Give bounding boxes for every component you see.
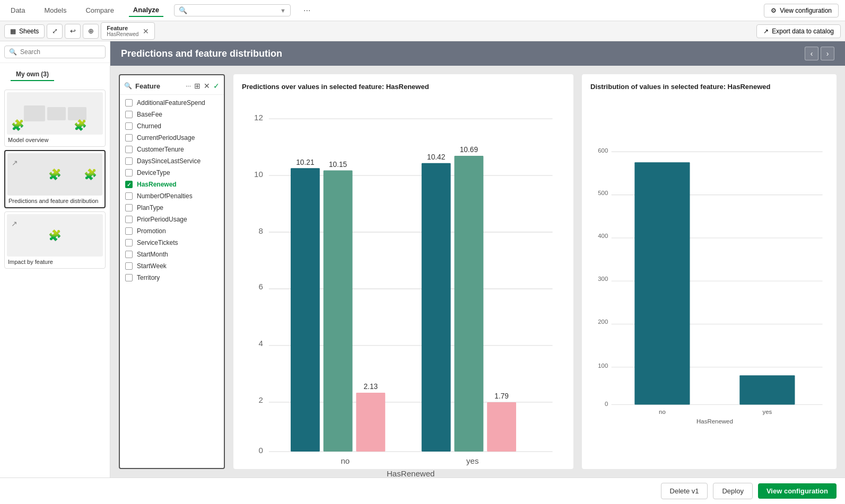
feature-tab-close[interactable]: ✕ bbox=[143, 27, 149, 36]
svg-text:500: 500 bbox=[598, 190, 608, 196]
feature-check-icon[interactable]: ✓ bbox=[213, 82, 220, 90]
feature-item-6[interactable]: DeviceType bbox=[120, 167, 224, 179]
sidebar-card-label-1: Model overview bbox=[7, 135, 103, 144]
delete-button[interactable]: Delete v1 bbox=[661, 483, 708, 499]
back-icon: ↩ bbox=[70, 27, 76, 35]
tab-icon-2[interactable]: ↩ bbox=[65, 24, 81, 39]
feature-item-3[interactable]: CurrentPeriodUsage bbox=[120, 132, 224, 144]
nav-data[interactable]: Data bbox=[6, 4, 29, 16]
feature-close-icon[interactable]: ✕ bbox=[204, 82, 210, 90]
view-config-bottom-button[interactable]: View configuration bbox=[758, 483, 837, 499]
feature-item-2[interactable]: Churned bbox=[120, 120, 224, 132]
checkbox-5[interactable] bbox=[125, 157, 133, 165]
view-config-top-button[interactable]: ⚙ View configuration bbox=[764, 4, 839, 17]
svg-text:2.13: 2.13 bbox=[363, 383, 378, 391]
checkbox-hasrenewed[interactable]: ✓ bbox=[125, 181, 133, 188]
right-chart-title: Distribution of values in selected featu… bbox=[590, 83, 828, 91]
checkbox-12[interactable] bbox=[125, 239, 133, 246]
checkbox-13[interactable] bbox=[125, 251, 133, 258]
checkbox-15[interactable] bbox=[125, 274, 133, 281]
arrow-icon-2: ↗ bbox=[11, 219, 18, 228]
feature-item-10[interactable]: PriorPeriodUsage bbox=[120, 214, 224, 225]
nav-compare[interactable]: Compare bbox=[81, 4, 118, 16]
dropdown-icon[interactable]: ▼ bbox=[280, 7, 286, 14]
nav-more-btn[interactable]: ··· bbox=[303, 6, 310, 15]
sidebar-card-impact[interactable]: ↗ 🧩 Impact by feature bbox=[4, 211, 106, 269]
checkbox-10[interactable] bbox=[125, 216, 133, 223]
svg-text:HasRenewed: HasRenewed bbox=[387, 469, 435, 478]
nav-analyze[interactable]: Analyze bbox=[129, 4, 163, 17]
next-page-btn[interactable]: › bbox=[821, 47, 834, 60]
sidebar: 🔍 My own (3) 🧩 🧩 bbox=[0, 41, 110, 478]
sidebar-search-box: 🔍 bbox=[4, 46, 106, 58]
tab-icon-1[interactable]: ⤢ bbox=[47, 24, 63, 39]
svg-text:yes: yes bbox=[466, 456, 478, 465]
feature-item-15[interactable]: Territory bbox=[120, 272, 224, 284]
svg-rect-18 bbox=[356, 393, 385, 452]
deploy-button[interactable]: Deploy bbox=[713, 483, 752, 499]
settings-icon: ⚙ bbox=[771, 7, 777, 14]
feature-item-13[interactable]: StartMonth bbox=[120, 249, 224, 260]
content-area: Predictions and feature distribution ‹ ›… bbox=[110, 41, 845, 478]
feature-item-5[interactable]: DaysSinceLastService bbox=[120, 155, 224, 167]
svg-text:10.42: 10.42 bbox=[427, 153, 445, 161]
checkbox-3[interactable] bbox=[125, 134, 133, 142]
expand-icon: ⤢ bbox=[52, 27, 58, 35]
checkbox-14[interactable] bbox=[125, 262, 133, 270]
settings2-icon: ⊕ bbox=[88, 27, 94, 35]
tab-bar: ▦ Sheets ⤢ ↩ ⊕ Feature HasRenewed ✕ ↗ Ex… bbox=[0, 21, 845, 41]
svg-text:yes: yes bbox=[762, 409, 772, 415]
sidebar-items: 🧩 🧩 Model overview ↗ 🧩 🧩 Predictions and… bbox=[0, 82, 110, 478]
nav-models[interactable]: Models bbox=[40, 4, 71, 16]
checkbox-9[interactable] bbox=[125, 204, 133, 211]
feature-item-14[interactable]: StartWeek bbox=[120, 260, 224, 272]
sheets-button[interactable]: ▦ Sheets bbox=[4, 24, 45, 38]
feature-tab-subtitle: HasRenewed bbox=[107, 31, 138, 37]
checkbox-1[interactable] bbox=[125, 111, 133, 118]
nav-search-box: 🔍 v01_RAFR_00_01 ▼ bbox=[174, 4, 291, 16]
svg-text:0: 0 bbox=[605, 401, 608, 407]
feature-item-8[interactable]: NumberOfPenalties bbox=[120, 190, 224, 202]
checkbox-0[interactable] bbox=[125, 99, 133, 107]
svg-text:600: 600 bbox=[598, 147, 608, 154]
checkbox-8[interactable] bbox=[125, 192, 133, 200]
feature-item-1[interactable]: BaseFee bbox=[120, 109, 224, 120]
feature-item-hasrenewed[interactable]: ✓ HasRenewed bbox=[120, 179, 224, 190]
feature-target-icon[interactable]: ⊞ bbox=[194, 82, 201, 90]
arrow-icon: ↗ bbox=[12, 158, 18, 167]
feature-panel-label: Feature bbox=[135, 82, 160, 90]
feature-tab[interactable]: Feature HasRenewed ✕ bbox=[101, 22, 155, 40]
sidebar-card-predictions[interactable]: ↗ 🧩 🧩 Predictions and feature distributi… bbox=[4, 150, 106, 208]
svg-text:6: 6 bbox=[258, 282, 263, 291]
feature-search-icon: 🔍 bbox=[124, 82, 132, 90]
svg-rect-20 bbox=[422, 163, 451, 452]
checkbox-4[interactable] bbox=[125, 146, 133, 153]
export-icon: ↗ bbox=[763, 28, 769, 35]
prev-page-btn[interactable]: ‹ bbox=[805, 47, 818, 60]
svg-rect-16 bbox=[324, 170, 353, 452]
sidebar-search-area: 🔍 bbox=[0, 41, 110, 63]
svg-rect-49 bbox=[634, 162, 690, 404]
feature-item-4[interactable]: CustomerTenure bbox=[120, 144, 224, 155]
feature-item-0[interactable]: AdditionalFeatureSpend bbox=[120, 97, 224, 109]
tab-icon-3[interactable]: ⊕ bbox=[83, 24, 99, 39]
feature-expand-icon[interactable]: ··· bbox=[186, 82, 191, 90]
sidebar-search-input[interactable] bbox=[20, 48, 101, 56]
nav-right: ⚙ View configuration bbox=[764, 4, 839, 17]
sidebar-card-model-overview[interactable]: 🧩 🧩 Model overview bbox=[4, 90, 106, 147]
page-nav: ‹ › bbox=[805, 47, 834, 60]
checkbox-6[interactable] bbox=[125, 169, 133, 176]
sidebar-card-label-3: Impact by feature bbox=[7, 257, 103, 266]
puzzle-icon-4: 🧩 bbox=[84, 168, 97, 181]
right-chart-svg: 600 500 400 300 200 100 0 bbox=[590, 97, 828, 461]
feature-item-11[interactable]: Promotion bbox=[120, 225, 224, 237]
svg-text:400: 400 bbox=[598, 233, 608, 239]
checkbox-11[interactable] bbox=[125, 227, 133, 235]
checkbox-2[interactable] bbox=[125, 122, 133, 130]
top-nav: Data Models Compare Analyze 🔍 v01_RAFR_0… bbox=[0, 0, 845, 21]
feature-item-9[interactable]: PlanType bbox=[120, 202, 224, 214]
nav-search-input[interactable]: v01_RAFR_00_01 bbox=[190, 6, 277, 14]
feature-item-12[interactable]: ServiceTickets bbox=[120, 237, 224, 249]
export-button[interactable]: ↗ Export data to catalog bbox=[756, 24, 841, 38]
search-icon: 🔍 bbox=[179, 6, 187, 14]
